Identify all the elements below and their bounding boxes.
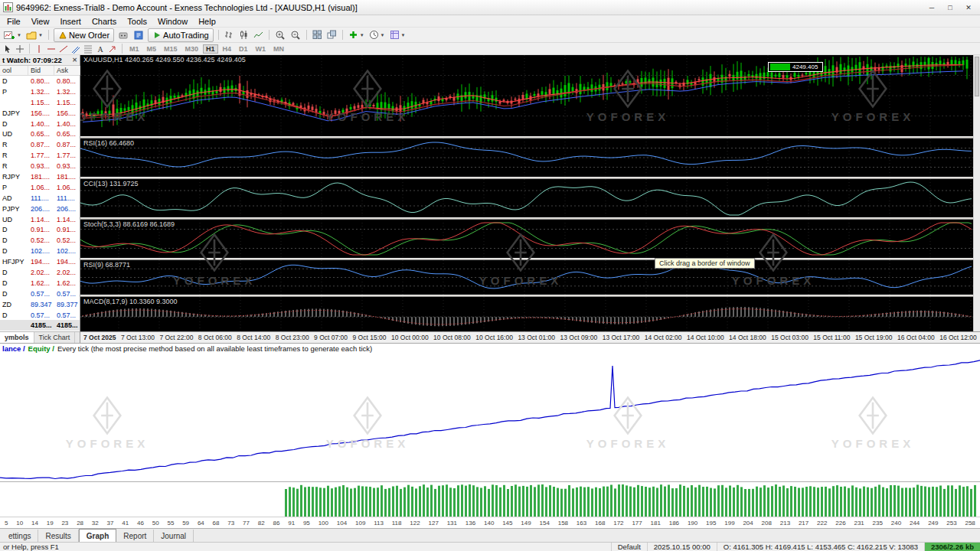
arrows-button[interactable]: [106, 44, 119, 54]
tile-windows-button[interactable]: [310, 28, 325, 42]
market-watch-row[interactable]: PJPY206....206....: [0, 204, 80, 214]
menu-window[interactable]: Window: [152, 17, 193, 26]
crosshair-button[interactable]: [14, 44, 26, 54]
new-chart-button[interactable]: ▼: [2, 28, 24, 42]
trade-result-histogram[interactable]: [0, 482, 980, 517]
market-watch-row[interactable]: D0.57...0.57...: [0, 289, 80, 299]
cascade-windows-button[interactable]: [325, 28, 339, 42]
timeframe-w1-button[interactable]: W1: [253, 44, 270, 54]
zoom-in-button[interactable]: [273, 28, 288, 42]
dropdown-caret-icon: ▼: [401, 33, 406, 37]
expert-advisors-button[interactable]: [116, 28, 131, 42]
menu-file[interactable]: File: [2, 17, 26, 26]
market-watch-row[interactable]: RJPY181....181....: [0, 171, 80, 182]
cci-indicator-pane[interactable]: CCI(13) 131.9725: [80, 179, 973, 217]
candlestick-chart-button[interactable]: [237, 28, 251, 42]
timeframe-m15-button[interactable]: M15: [161, 44, 181, 54]
line-chart-button[interactable]: [251, 28, 266, 42]
timeframe-h1-button[interactable]: H1: [203, 44, 218, 54]
title-bar[interactable]: 9649962: Exness-Trial8 - Demo Account - …: [0, 0, 980, 15]
column-symbol[interactable]: ool: [0, 66, 28, 75]
status-connection[interactable]: 2306/2.26 kb: [924, 543, 980, 551]
trendline-button[interactable]: [57, 44, 70, 54]
market-watch-row[interactable]: R0.87...0.87...: [0, 139, 80, 150]
timeframe-h4-button[interactable]: H4: [220, 44, 235, 54]
horizontal-line-button[interactable]: [45, 44, 57, 54]
menu-insert[interactable]: Insert: [54, 17, 87, 26]
periods-button[interactable]: ▼: [367, 28, 387, 42]
market-watch-row[interactable]: DJPY156....156....: [0, 108, 80, 119]
trade-number-label: 253: [946, 520, 956, 527]
tester-tab-results[interactable]: Results: [38, 530, 78, 542]
timeframe-m1-button[interactable]: M1: [126, 44, 142, 54]
menu-charts[interactable]: Charts: [87, 17, 122, 26]
menu-tools[interactable]: Tools: [122, 17, 152, 26]
stochastic-indicator-pane[interactable]: Stoch(5,3,3) 88.6169 86.1689: [80, 220, 973, 258]
market-watch-row[interactable]: 1.15...1.15...: [0, 97, 80, 108]
market-watch-row[interactable]: ZD89.34789.377: [0, 299, 80, 310]
market-watch-row[interactable]: R1.77...1.77...: [0, 150, 80, 161]
market-watch-row[interactable]: 4185...4185...: [0, 320, 80, 331]
column-bid[interactable]: Bid: [28, 66, 54, 75]
market-watch-row[interactable]: HFJPY194....194....: [0, 256, 80, 267]
status-datetime: 2025.10.15 00:00: [647, 543, 717, 551]
line-studies-toolbar: A M1M5M15M30H1H4D1W1MN: [0, 43, 980, 55]
profiles-button[interactable]: ▼: [24, 28, 45, 42]
trade-number-label: 172: [613, 520, 623, 527]
rsi9-indicator-pane[interactable]: RSI(9) 68.8771: [80, 260, 973, 295]
tester-tab-report[interactable]: Report: [116, 530, 154, 542]
market-watch-row[interactable]: D2.02...2.02...: [0, 267, 80, 278]
market-watch-row[interactable]: D102....102....: [0, 246, 80, 256]
metaeditor-button[interactable]: [131, 28, 146, 42]
market-watch-row[interactable]: D0.80...0.80...: [0, 76, 80, 86]
market-watch-tab-tick-chart[interactable]: Tick Chart: [34, 332, 76, 343]
indicators-button[interactable]: ▼: [346, 28, 367, 42]
market-watch-row[interactable]: D0.57...0.57...: [0, 310, 80, 321]
market-watch-close-icon[interactable]: ✕: [72, 57, 77, 64]
bar-chart-button[interactable]: [222, 28, 237, 42]
chart-vertical-scrollbar[interactable]: [973, 55, 980, 331]
macd-indicator-pane[interactable]: MACD(8,17,9) 10.3360 9.3000: [80, 297, 973, 331]
market-watch-header[interactable]: t Watch: 07:09:22 ✕: [0, 55, 80, 66]
timeframe-d1-button[interactable]: D1: [236, 44, 251, 54]
price-box-fill: [770, 64, 790, 70]
text-button[interactable]: A: [94, 44, 106, 54]
market-watch-row[interactable]: P1.32...1.32...: [0, 86, 80, 97]
maximize-button[interactable]: □: [942, 2, 959, 13]
tester-tab-ettings[interactable]: ettings: [2, 530, 38, 542]
menu-help[interactable]: Help: [193, 17, 221, 26]
market-watch-tab-symbols[interactable]: ymbols: [0, 332, 34, 343]
market-watch-row[interactable]: D0.91...0.91...: [0, 224, 80, 235]
status-profile[interactable]: Default: [611, 543, 647, 551]
rsi16-indicator-pane[interactable]: RSI(16) 66.4680: [80, 139, 973, 177]
timeframe-mn-button[interactable]: MN: [270, 44, 287, 54]
vertical-line-button[interactable]: [33, 44, 45, 54]
menu-view[interactable]: View: [26, 17, 55, 26]
price-chart-pane[interactable]: XAUUSD,H1 4240.265 4249.550 4236.425 424…: [80, 55, 973, 136]
market-watch-row[interactable]: D1.62...1.62...: [0, 278, 80, 289]
market-watch-row[interactable]: UD0.65...0.65...: [0, 129, 80, 139]
market-watch-row[interactable]: P1.06...1.06...: [0, 182, 80, 193]
equity-graph[interactable]: YOFOREXYOFOREXYOFOREXYOFOREX: [0, 354, 980, 482]
market-watch-row[interactable]: D0.52...0.52...: [0, 235, 80, 246]
channel-button[interactable]: [70, 44, 82, 54]
autotrading-button[interactable]: AutoTrading: [148, 28, 214, 42]
market-watch-row[interactable]: R0.93...0.93...: [0, 161, 80, 171]
market-watch-row[interactable]: D1.40...1.40...: [0, 119, 80, 129]
market-watch-row[interactable]: AD111....111....: [0, 193, 80, 204]
market-watch-row[interactable]: UD1.14...1.14...: [0, 214, 80, 225]
close-button[interactable]: ✕: [960, 2, 977, 13]
timeframe-m30-button[interactable]: M30: [182, 44, 202, 54]
tester-tab-journal[interactable]: Journal: [154, 530, 194, 542]
cursor-button[interactable]: [2, 44, 14, 54]
column-ask[interactable]: Ask: [54, 66, 80, 75]
templates-button[interactable]: ▼: [387, 28, 408, 42]
zoom-out-button[interactable]: [288, 28, 303, 42]
new-order-button[interactable]: New Order: [54, 28, 114, 42]
minimize-button[interactable]: ─: [923, 2, 940, 13]
scrollbar-thumb[interactable]: [975, 57, 979, 96]
fibonacci-button[interactable]: [82, 44, 94, 54]
svg-text:A: A: [98, 45, 104, 54]
timeframe-m5-button[interactable]: M5: [144, 44, 160, 54]
tester-tab-graph[interactable]: Graph: [79, 529, 116, 542]
